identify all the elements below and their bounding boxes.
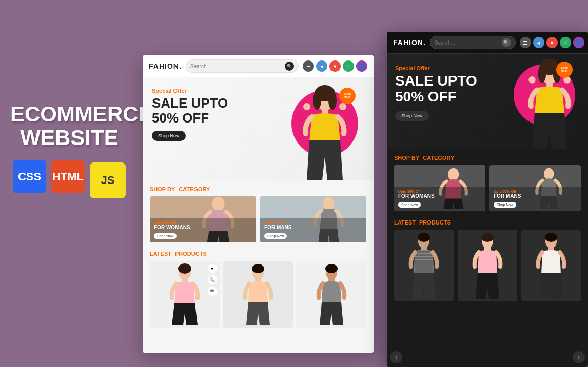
light-product-1-view[interactable]: 👁 xyxy=(208,287,217,296)
dark-menu-icon[interactable]: ☰ xyxy=(520,37,531,48)
svg-point-23 xyxy=(528,76,536,84)
light-product-1-zoom[interactable]: 🔍 xyxy=(208,275,217,284)
dark-back-icon[interactable]: ◄ xyxy=(533,37,544,48)
light-hero-content: Special Offer SALE UPTO 50% OFF Shop Now xyxy=(152,88,228,141)
light-sale-title: SALE UPTO 50% OFF xyxy=(152,96,228,125)
dark-hero-banner: Special Offer SALE UPTO 50% OFF Shop Now xyxy=(387,54,588,149)
light-category-grid: Upto 50% Off FOR WOMANS Shop Now Upto 50… xyxy=(150,196,366,242)
svg-point-7 xyxy=(212,197,225,211)
light-product-3-image xyxy=(313,263,349,325)
svg-point-28 xyxy=(418,233,430,242)
light-product-2-image xyxy=(240,263,276,325)
dark-product-2[interactable] xyxy=(458,230,517,301)
light-search-bar[interactable]: 🔍 xyxy=(186,59,299,73)
svg-point-6 xyxy=(339,103,346,110)
dark-women-shop-button[interactable]: Shop Now xyxy=(398,202,421,208)
dark-product-3-image xyxy=(533,232,569,299)
html5-icon: HTML xyxy=(51,160,85,193)
light-category-title: SHOP BY CATEGORY xyxy=(150,186,366,192)
light-product-1-actions: ♥ 🔍 👁 xyxy=(208,264,217,296)
dark-product-1-image xyxy=(406,232,442,299)
dark-category-men[interactable]: Upto 50% Off FOR MANS Shop Now xyxy=(489,165,581,211)
light-search-input[interactable] xyxy=(190,64,283,69)
svg-rect-31 xyxy=(415,256,433,257)
light-category-section: SHOP BY CATEGORY Upto 50% Off FOR WOMANS… xyxy=(143,180,374,247)
light-special-offer: Special Offer xyxy=(152,88,228,94)
dark-category-women[interactable]: Upto 50% Off FOR WOMANS Shop Now xyxy=(394,165,485,211)
dark-category-grid: Upto 50% Off FOR WOMANS Shop Now Upto 50… xyxy=(394,165,581,211)
light-brand-logo: FAHION. xyxy=(149,62,182,70)
svg-point-16 xyxy=(325,264,338,273)
light-products-section: LATEST PRODUCTS ♥ 🔍 👁 xyxy=(143,247,374,332)
dark-men-shop-button[interactable]: Shop Now xyxy=(494,202,516,208)
left-panel: ECOMMERCE WEBSITE CSS HTML JS xyxy=(10,103,128,198)
css3-icon: CSS xyxy=(13,160,46,193)
dark-cart-icon[interactable]: 🛒 xyxy=(560,37,571,48)
light-navbar: FAHION. 🔍 ☰ ◄ ♥ 🛒 👤 xyxy=(143,55,374,77)
dark-heart-icon[interactable]: ♥ xyxy=(546,37,558,48)
svg-point-34 xyxy=(481,233,494,242)
svg-rect-30 xyxy=(415,253,433,254)
dark-sale-title: SALE UPTO 50% OFF xyxy=(395,73,477,105)
back-icon[interactable]: ◄ xyxy=(316,60,327,72)
light-men-shop-button[interactable]: Shop Now xyxy=(264,233,287,239)
svg-point-25 xyxy=(448,168,459,181)
light-theme-mockup: FAHION. 🔍 ☰ ◄ ♥ 🛒 👤 Special Offer SALE U… xyxy=(143,55,374,353)
light-shop-now-button[interactable]: Shop Now xyxy=(152,131,186,141)
search-icon: 🔍 xyxy=(287,64,292,69)
svg-point-37 xyxy=(545,233,557,242)
light-save-badge: Save50% xyxy=(339,88,356,104)
light-hero-banner: Special Offer SALE UPTO 50% OFF Shop Now xyxy=(143,77,374,180)
dark-shop-now-button[interactable]: Shop Now xyxy=(395,111,429,121)
light-products-title: LATEST PRODUCTS xyxy=(150,251,366,257)
svg-point-2 xyxy=(313,91,321,110)
tech-icons-group: CSS HTML JS xyxy=(10,160,128,198)
light-products-grid: ♥ 🔍 👁 xyxy=(150,261,366,328)
svg-point-8 xyxy=(323,197,335,210)
light-women-shop-button[interactable]: Shop Now xyxy=(154,233,177,239)
light-category-men[interactable]: Upto 50% Off FOR MANS Shop Now xyxy=(260,196,366,242)
dark-product-2-image xyxy=(469,232,505,299)
dark-carousel-next[interactable]: › xyxy=(573,351,585,363)
dark-men-card-content: Upto 50% Off FOR MANS Shop Now xyxy=(489,187,581,211)
heart-icon[interactable]: ♥ xyxy=(329,60,341,72)
light-hero-image-area: Save50% xyxy=(286,80,363,180)
light-product-3[interactable] xyxy=(296,261,366,328)
user-icon[interactable]: 👤 xyxy=(356,60,367,72)
dark-brand-logo: FAHION. xyxy=(393,38,426,47)
svg-point-20 xyxy=(538,65,546,83)
light-nav-icons: ☰ ◄ ♥ 🛒 👤 xyxy=(303,60,367,72)
light-product-1-wishlist[interactable]: ♥ xyxy=(208,264,217,273)
dark-product-1[interactable] xyxy=(394,230,454,301)
svg-point-3 xyxy=(328,91,337,110)
dark-search-bar[interactable]: 🔍 xyxy=(430,36,516,49)
dark-women-card-content: Upto 50% Off FOR WOMANS Shop Now xyxy=(394,187,485,211)
svg-point-26 xyxy=(544,168,554,180)
svg-point-13 xyxy=(252,264,264,273)
dark-category-title: SHOP BY CATEGORY xyxy=(394,155,581,161)
dark-user-icon[interactable]: 👤 xyxy=(573,37,584,48)
dark-save-badge: Save50% xyxy=(556,62,573,78)
light-product-1-image xyxy=(167,263,203,325)
dark-search-input[interactable] xyxy=(435,40,500,46)
dark-product-3[interactable] xyxy=(521,230,581,301)
light-product-2[interactable] xyxy=(223,261,293,328)
cart-icon[interactable]: 🛒 xyxy=(343,60,354,72)
dark-navbar: FAHION. 🔍 ☰ ◄ ♥ 🛒 👤 xyxy=(387,32,588,54)
svg-point-5 xyxy=(303,103,310,110)
light-product-1[interactable]: ♥ 🔍 👁 xyxy=(150,261,220,328)
dark-search-button[interactable]: 🔍 xyxy=(502,38,511,47)
dark-carousel-prev[interactable]: ‹ xyxy=(390,351,402,363)
light-search-button[interactable]: 🔍 xyxy=(285,62,294,71)
dark-category-section: SHOP BY CATEGORY Upto 50% Off FOR WOMANS… xyxy=(387,149,588,215)
svg-rect-32 xyxy=(415,259,433,260)
dark-hero-image-area: Save50% xyxy=(506,56,583,149)
dark-nav-icons: ☰ ◄ ♥ 🛒 👤 xyxy=(520,37,584,48)
dark-products-grid xyxy=(394,230,581,301)
dark-products-title: LATEST PRODUCTS xyxy=(394,219,581,226)
javascript-icon: JS xyxy=(90,162,126,198)
light-category-women[interactable]: Upto 50% Off FOR WOMANS Shop Now xyxy=(150,196,256,242)
dark-products-section: LATEST PRODUCTS xyxy=(387,215,588,305)
dark-search-icon: 🔍 xyxy=(503,40,509,45)
menu-icon[interactable]: ☰ xyxy=(303,60,314,72)
